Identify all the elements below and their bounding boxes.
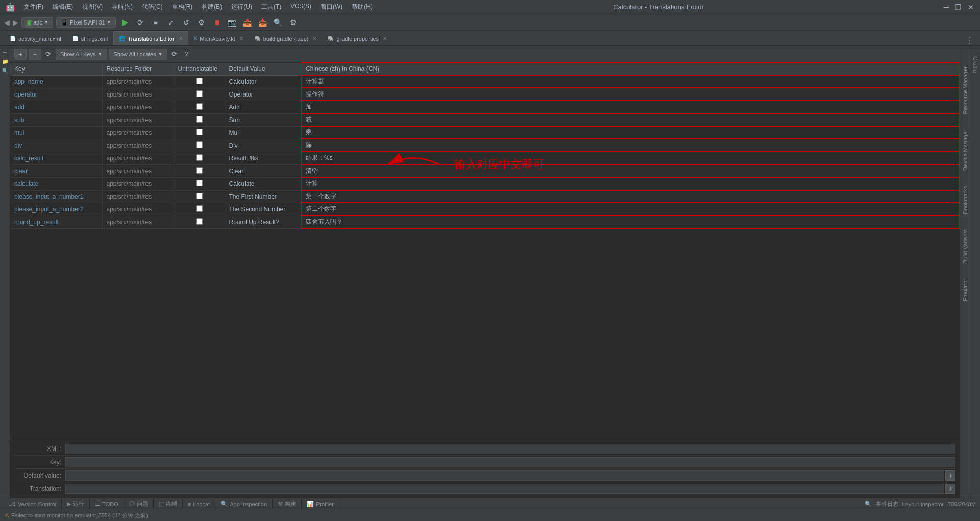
bookmarks-label[interactable]: Bookmarks	[962, 186, 968, 214]
cell-chinese[interactable]: 计算器	[301, 75, 959, 88]
table-row[interactable]: please_input_a_number1app/src/main/resTh…	[10, 190, 959, 203]
gradle-label[interactable]: Gradle	[972, 56, 978, 73]
emulator-label[interactable]: Emulator	[962, 279, 968, 301]
default-value-expand-button[interactable]: +	[945, 470, 955, 481]
add-key-button[interactable]: +	[14, 49, 27, 60]
help-button[interactable]: ?	[182, 49, 192, 60]
cell-untranslatable[interactable]	[174, 101, 225, 113]
table-row[interactable]: operatorapp/src/main/resOperator操作符	[10, 88, 959, 101]
xml-input[interactable]	[65, 444, 955, 454]
cell-untranslatable[interactable]	[174, 126, 225, 139]
search-everywhere-button[interactable]: 🔍	[272, 16, 284, 29]
sync-button[interactable]: ⟳	[134, 16, 146, 29]
cell-untranslatable[interactable]	[174, 177, 225, 190]
resource-manager-label[interactable]: Resource Manager	[962, 66, 968, 114]
sdk-manager-button[interactable]: 📤	[241, 16, 254, 29]
table-row[interactable]: mulapp/src/main/resMul乘	[10, 126, 959, 139]
plugin-manager-button[interactable]: 📥	[257, 16, 269, 29]
cell-untranslatable[interactable]	[174, 216, 225, 228]
menu-edit[interactable]: 编辑(E)	[51, 2, 75, 12]
tab-close-build-gradle[interactable]: ✕	[312, 36, 316, 41]
cell-chinese[interactable]: 第二个数字	[301, 203, 959, 216]
tab-gradle-properties[interactable]: 🐘 gradle.properties ✕	[322, 31, 393, 45]
table-row[interactable]: please_input_a_number2app/src/main/resTh…	[10, 203, 959, 216]
capture-button[interactable]: 📷	[226, 16, 238, 29]
nav-forward-icon[interactable]: ▶	[13, 18, 18, 27]
menu-vcs[interactable]: VCS(S)	[288, 2, 313, 12]
app-dropdown-button[interactable]: ▣ app ▼	[21, 17, 53, 28]
reload-button[interactable]: ↺	[180, 16, 192, 29]
stop-button[interactable]: ⏹	[211, 16, 223, 29]
menu-refactor[interactable]: 重构(R)	[170, 2, 195, 12]
cell-untranslatable[interactable]	[174, 113, 225, 126]
build-variants-label[interactable]: Build Variants	[962, 229, 968, 264]
status-tab-version-control[interactable]: ⎇ Version Control	[4, 498, 62, 510]
restore-button[interactable]: ❐	[954, 3, 963, 11]
nav-back-icon[interactable]: ◀	[4, 18, 10, 27]
avd-manager-button[interactable]: ⚙	[195, 16, 208, 29]
cell-chinese[interactable]: 乘	[301, 126, 959, 139]
refresh-button[interactable]: ⟳	[43, 49, 54, 60]
status-tab-app-inspection[interactable]: 🔍 App Inspection	[215, 498, 273, 510]
status-tab-logcat[interactable]: ≡ Logcat	[183, 498, 215, 510]
project-icon[interactable]: ☰	[1, 48, 9, 56]
cell-chinese[interactable]: 减	[301, 113, 959, 126]
cell-untranslatable[interactable]	[174, 203, 225, 216]
remove-key-button[interactable]: −	[29, 49, 41, 60]
menu-tools[interactable]: 工具(T)	[259, 2, 283, 12]
attach-debugger-button[interactable]: ↙	[165, 16, 177, 29]
table-row[interactable]: round_up_resultapp/src/main/resRound Up …	[10, 216, 959, 228]
translation-input[interactable]	[65, 484, 944, 494]
minimize-button[interactable]: ─	[942, 3, 950, 11]
cell-chinese[interactable]: 操作符	[301, 88, 959, 101]
search-status-icon[interactable]: 🔍	[865, 501, 872, 507]
cell-chinese[interactable]: 加	[301, 101, 959, 113]
cell-chinese[interactable]: 第一个数字	[301, 190, 959, 203]
tab-overflow-button[interactable]: ⋮	[964, 36, 976, 45]
sync-translations-button[interactable]: ⟳	[169, 49, 180, 60]
key-input[interactable]	[65, 457, 955, 467]
status-tab-todo[interactable]: ☰ TODO	[90, 498, 124, 510]
status-tab-build[interactable]: ⚒ 构建	[273, 498, 302, 510]
status-tab-run[interactable]: ▶ 运行	[62, 498, 90, 510]
cell-chinese[interactable]: 四舍五入吗？	[301, 216, 959, 228]
status-tab-problems[interactable]: ⓘ 问题	[124, 498, 154, 510]
tab-strings-xml[interactable]: 📄 strings.xml	[67, 31, 114, 45]
settings-button[interactable]: ⚙	[287, 16, 300, 29]
gradle-list-button[interactable]: ≡	[150, 16, 162, 29]
tab-activity-main[interactable]: 📄 activity_main.xml	[4, 31, 67, 45]
menu-build[interactable]: 构建(B)	[200, 2, 224, 12]
device-dropdown-button[interactable]: 📱 Pixel 5 API 31 ▼	[56, 17, 115, 28]
tab-close-gradle-props[interactable]: ✕	[383, 36, 387, 41]
device-manager-label[interactable]: Device Manager	[962, 130, 968, 171]
status-tab-profiler[interactable]: 📊 Profiler	[302, 498, 339, 510]
menu-navigate[interactable]: 导航(N)	[110, 2, 135, 12]
menu-view[interactable]: 视图(V)	[80, 2, 105, 12]
cell-untranslatable[interactable]	[174, 190, 225, 203]
event-log-label[interactable]: 事件日志	[876, 500, 898, 508]
tab-close-mainactivity[interactable]: ✕	[239, 36, 243, 41]
cell-untranslatable[interactable]	[174, 139, 225, 152]
menu-run[interactable]: 运行(U)	[229, 2, 254, 12]
show-all-keys-button[interactable]: Show All Keys ▼	[56, 49, 107, 60]
structure-icon[interactable]: 📁	[1, 57, 9, 65]
menu-help[interactable]: 帮助(H)	[350, 2, 375, 12]
translation-expand-button[interactable]: +	[945, 484, 955, 494]
tab-mainactivity[interactable]: K MainActivity.kt ✕	[188, 31, 249, 45]
layout-inspector-label[interactable]: Layout Inspector	[902, 501, 944, 507]
table-row[interactable]: app_nameapp/src/main/resCalculator计算器	[10, 75, 959, 88]
table-row[interactable]: subapp/src/main/resSub减	[10, 113, 959, 126]
table-row[interactable]: addapp/src/main/resAdd加	[10, 101, 959, 113]
menu-file[interactable]: 文件(F)	[21, 2, 45, 12]
menu-window[interactable]: 窗口(W)	[318, 2, 345, 12]
find-icon[interactable]: 🔍	[1, 66, 9, 75]
close-button[interactable]: ✕	[967, 3, 975, 11]
cell-untranslatable[interactable]	[174, 88, 225, 101]
tab-translations-editor[interactable]: 🌐 Translations Editor ✕	[113, 31, 188, 45]
cell-untranslatable[interactable]	[174, 75, 225, 88]
cell-untranslatable[interactable]	[174, 164, 225, 177]
run-button[interactable]: ▶	[119, 16, 131, 29]
show-all-locales-button[interactable]: Show All Locales ▼	[109, 49, 167, 60]
tab-close-translations[interactable]: ✕	[179, 36, 183, 41]
menu-code[interactable]: 代码(C)	[140, 2, 165, 12]
